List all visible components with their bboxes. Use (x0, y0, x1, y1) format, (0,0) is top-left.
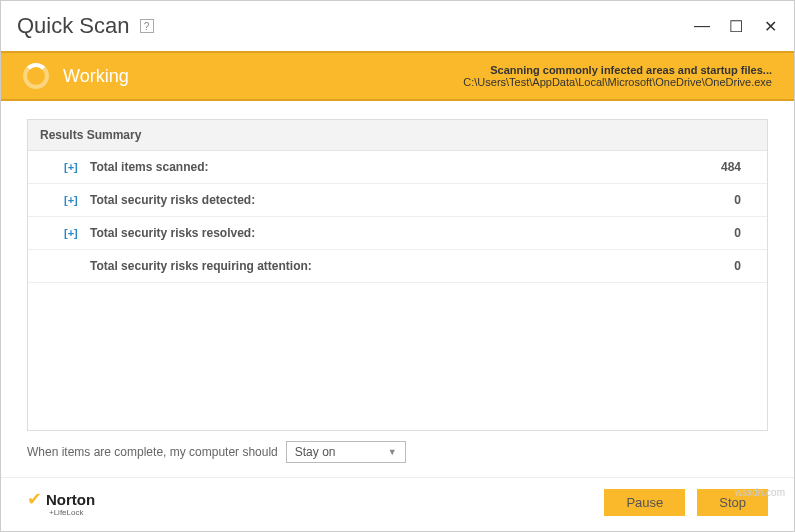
logo-check-icon: ✔ (27, 488, 42, 510)
row-value: 0 (734, 226, 755, 240)
maximize-button[interactable]: ☐ (728, 17, 744, 36)
logo-text: Norton (46, 491, 95, 508)
window-title: Quick Scan (17, 13, 130, 39)
after-action-select[interactable]: Stay on ▼ (286, 441, 406, 463)
help-icon[interactable]: ? (140, 19, 154, 33)
status-heading: Scanning commonly infected areas and sta… (463, 64, 772, 76)
pause-button[interactable]: Pause (604, 489, 685, 516)
watermark: wsxdn.com (735, 487, 785, 498)
result-row-scanned: [+] Total items scanned: 484 (28, 151, 767, 184)
chevron-down-icon: ▼ (388, 447, 397, 457)
row-label: Total security risks detected: (90, 193, 255, 207)
expand-icon[interactable]: [+] (64, 194, 80, 206)
logo-subtext: +LifeLock (49, 508, 95, 517)
spinner-icon (23, 63, 49, 89)
expand-icon[interactable]: [+] (64, 227, 80, 239)
status-detail: Scanning commonly infected areas and sta… (463, 64, 772, 88)
content-area: Results Summary [+] Total items scanned:… (1, 101, 794, 471)
status-label: Working (63, 66, 129, 87)
expand-icon[interactable]: [+] (64, 161, 80, 173)
status-bar: Working Scanning commonly infected areas… (1, 51, 794, 101)
scan-window: Quick Scan ? — ☐ ✕ Working Scanning comm… (0, 0, 795, 532)
results-box: Results Summary [+] Total items scanned:… (27, 119, 768, 431)
result-row-resolved: [+] Total security risks resolved: 0 (28, 217, 767, 250)
titlebar: Quick Scan ? — ☐ ✕ (1, 1, 794, 51)
footer: ✔ Norton +LifeLock Pause Stop (1, 477, 794, 531)
row-value: 0 (734, 193, 755, 207)
close-button[interactable]: ✕ (762, 17, 778, 36)
window-controls: — ☐ ✕ (694, 17, 778, 36)
row-value: 0 (734, 259, 755, 273)
row-value: 484 (721, 160, 755, 174)
result-row-detected: [+] Total security risks detected: 0 (28, 184, 767, 217)
row-label: Total items scanned: (90, 160, 208, 174)
minimize-button[interactable]: — (694, 17, 710, 36)
row-label: Total security risks requiring attention… (90, 259, 312, 273)
row-label: Total security risks resolved: (90, 226, 255, 240)
status-path: C:\Users\Test\AppData\Local\Microsoft\On… (463, 76, 772, 88)
logo: ✔ Norton +LifeLock (27, 488, 95, 517)
result-row-attention: Total security risks requiring attention… (28, 250, 767, 283)
after-action-row: When items are complete, my computer sho… (27, 441, 768, 463)
results-header: Results Summary (28, 120, 767, 151)
after-action-label: When items are complete, my computer sho… (27, 445, 278, 459)
select-value: Stay on (295, 445, 336, 459)
